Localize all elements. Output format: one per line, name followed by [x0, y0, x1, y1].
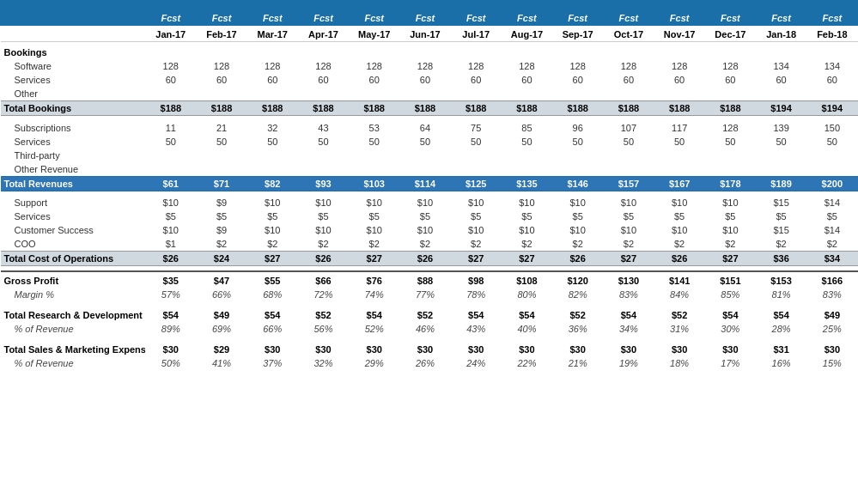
table-row: % of Revenue50%41%37%32%29%26%24%22%21%1… — [1, 356, 858, 370]
table-row: Services5050505050505050505050505050 — [1, 135, 858, 149]
table-row: Third-party — [1, 149, 858, 162]
table-row: COO$1$2$2$2$2$2$2$2$2$2$2$2$2$2 — [1, 237, 858, 252]
table-row: Bookings — [1, 42, 858, 60]
table-row: Gross Profit$35$47$55$66$76$88$98$108$12… — [1, 271, 858, 288]
table-row: Other — [1, 87, 858, 101]
table-row: Software12812812812812812812812812812812… — [1, 59, 858, 73]
table-row: Services$5$5$5$5$5$5$5$5$5$5$5$5$5$5 — [1, 209, 858, 223]
months-header-row: Jan-17Feb-17Mar-17Apr-17May-17Jun-17Jul-… — [1, 26, 858, 42]
table-row: Services6060606060606060606060606060 — [1, 73, 858, 87]
table-row: Customer Success$10$9$10$10$10$10$10$10$… — [1, 223, 858, 237]
header — [0, 0, 858, 10]
table-row: % of Revenue89%69%66%56%52%46%43%40%36%3… — [1, 322, 858, 336]
table-row: Total Sales & Marketing Expense$30$29$30… — [1, 341, 858, 356]
fcst-header-row: FcstFcstFcstFcstFcstFcstFcstFcstFcstFcst… — [1, 11, 858, 26]
table-row: Total Revenues$61$71$82$93$103$114$125$1… — [1, 176, 858, 191]
table-row: Subscriptions112132435364758596107117128… — [1, 121, 858, 135]
table-row: Total Bookings$188$188$188$188$188$188$1… — [1, 101, 858, 116]
table-row: Other Revenue — [1, 162, 858, 177]
table-row: Support$10$9$10$10$10$10$10$10$10$10$10$… — [1, 196, 858, 209]
table-row: Total Research & Development$54$49$54$52… — [1, 307, 858, 322]
main-table-container: FcstFcstFcstFcstFcstFcstFcstFcstFcstFcst… — [0, 10, 858, 370]
table-row: Total Cost of Operations$26$24$27$26$27$… — [1, 252, 858, 266]
table-row: Margin %57%66%68%72%74%77%78%80%82%83%84… — [1, 288, 858, 301]
